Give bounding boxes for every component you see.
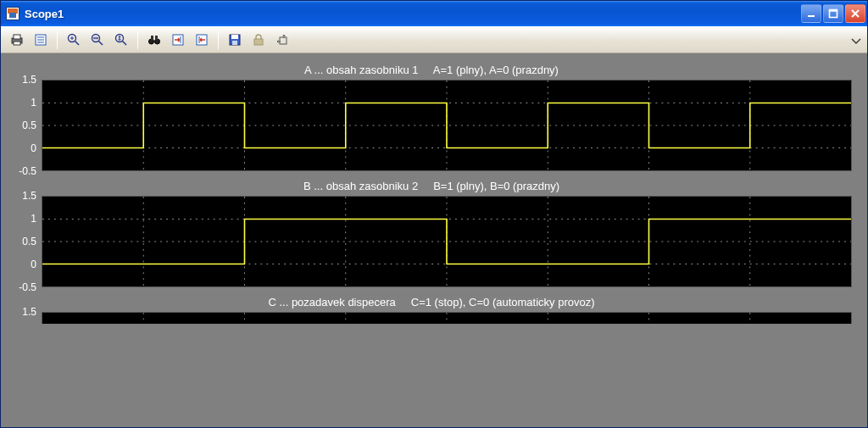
minimize-button[interactable] xyxy=(801,4,821,23)
chart-b-yaxis: 1.5 1 0.5 0 -0.5 xyxy=(11,196,42,287)
toolbar-chevron-icon xyxy=(850,34,862,46)
chart-b-title: B ... obsah zasobniku 2 B=1 (plny), B=0 … xyxy=(11,180,852,192)
svg-rect-0 xyxy=(808,15,815,17)
zoom-x-button[interactable] xyxy=(86,29,108,51)
chart-b: B ... obsah zasobniku 2 B=1 (plny), B=0 … xyxy=(11,180,852,287)
restore-right-button[interactable] xyxy=(191,29,213,51)
binoculars-button[interactable] xyxy=(143,29,165,51)
ytick: -0.5 xyxy=(19,281,36,293)
lock-button[interactable] xyxy=(248,29,270,51)
svg-line-15 xyxy=(99,42,103,46)
chart-c-title: C ... pozadavek dispecera C=1 (stop), C=… xyxy=(11,296,852,308)
parameters-button[interactable] xyxy=(30,29,52,51)
titlebar[interactable]: Scope1 xyxy=(1,1,867,26)
print-button[interactable] xyxy=(6,29,28,51)
chart-a-title: A ... obsah zasobniku 1 A=1 (plny), A=0 … xyxy=(11,64,852,76)
toolbar-separator xyxy=(137,31,138,49)
maximize-button[interactable] xyxy=(823,4,843,23)
chart-c-yaxis: 1.5 xyxy=(11,312,42,324)
ytick: 0 xyxy=(31,258,36,270)
chart-c: C ... pozadavek dispecera C=1 (stop), C=… xyxy=(11,296,852,324)
svg-rect-27 xyxy=(231,35,238,39)
svg-line-11 xyxy=(75,42,80,46)
float-button[interactable] xyxy=(271,29,293,51)
close-button[interactable] xyxy=(845,4,865,23)
ytick: 1 xyxy=(31,213,36,225)
svg-rect-5 xyxy=(14,42,20,45)
toolbar xyxy=(1,26,867,53)
chart-c-plot[interactable] xyxy=(42,312,852,324)
svg-rect-22 xyxy=(151,36,153,40)
svg-rect-2 xyxy=(830,10,837,12)
ytick: 1 xyxy=(31,97,36,108)
svg-rect-23 xyxy=(155,36,158,40)
toolbar-separator xyxy=(57,31,58,49)
chart-a-yaxis: 1.5 1 0.5 0 -0.5 xyxy=(11,80,42,171)
window-buttons xyxy=(801,4,865,23)
svg-rect-29 xyxy=(254,39,263,45)
zoom-in-button[interactable] xyxy=(63,29,85,51)
chart-a: A ... obsah zasobniku 1 A=1 (plny), A=0 … xyxy=(11,64,852,171)
toolbar-separator xyxy=(218,31,219,49)
window-title: Scope1 xyxy=(25,8,801,20)
ytick: 1.5 xyxy=(22,190,36,202)
scope-window: Scope1 xyxy=(0,0,868,428)
zoom-y-button[interactable] xyxy=(110,29,132,51)
restore-left-button[interactable] xyxy=(167,29,189,51)
svg-line-18 xyxy=(123,42,127,46)
ytick: 1.5 xyxy=(22,74,36,86)
svg-rect-30 xyxy=(280,37,287,44)
matlab-icon xyxy=(6,7,19,20)
chart-b-plot[interactable] xyxy=(42,196,852,287)
ytick: -0.5 xyxy=(19,165,36,177)
scope-body: A ... obsah zasobniku 1 A=1 (plny), A=0 … xyxy=(1,53,867,427)
ytick: 1.5 xyxy=(22,306,36,318)
ytick: 0.5 xyxy=(22,236,36,247)
chart-a-plot[interactable] xyxy=(42,80,852,171)
svg-rect-4 xyxy=(14,35,20,39)
svg-rect-28 xyxy=(232,41,237,45)
save-settings-button[interactable] xyxy=(224,29,246,51)
ytick: 0.5 xyxy=(22,120,36,131)
ytick: 0 xyxy=(31,142,36,154)
